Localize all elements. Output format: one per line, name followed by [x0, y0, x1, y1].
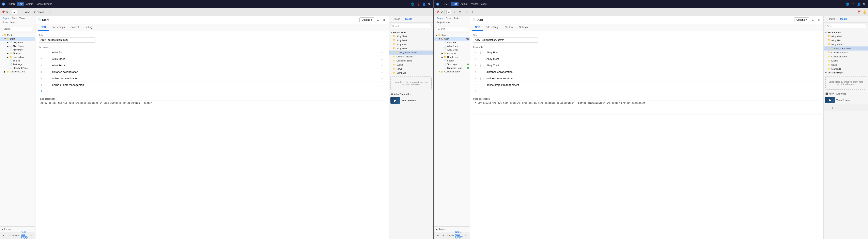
question-icon-left[interactable]: ❓ [416, 2, 420, 6]
tree-standard-page-right[interactable]: 📄 Standard Page [434, 66, 470, 70]
tree-root-left[interactable]: ▼ 📁 Root [0, 33, 35, 37]
keyword-drag-6-right[interactable]: ⋮⋮ [479, 83, 485, 87]
project-link-right[interactable]: None (use primary drafts) [455, 231, 463, 239]
media-contact-portraits-left[interactable]: 📁 Contact portraits [389, 55, 433, 59]
tab-sites-left[interactable]: Sites [10, 17, 18, 20]
options-btn-left[interactable]: Options ▾ [360, 18, 374, 22]
tab-content-right[interactable]: Content [502, 24, 516, 31]
media-startpage-left[interactable]: 📁 Startpage [389, 71, 433, 75]
upload-area-left[interactable]: Upload files by dropping them here or cl… [391, 77, 432, 90]
tab-content-left[interactable]: Content [68, 24, 82, 31]
bell-icon-right[interactable]: 🔔 [862, 10, 866, 14]
tree-edit-icon-start-right[interactable]: ✎⊞ [466, 38, 469, 40]
upload-area-right[interactable]: Upload files by dropping them here or cl… [825, 76, 866, 90]
keyword-more-4-left[interactable]: ··· [381, 71, 383, 74]
page-desc-textarea-left[interactable]: Alloy solves the two most pressing probl… [39, 100, 385, 111]
tree-customer-zone-left[interactable]: ▶ 📁 Customer Zone [0, 70, 35, 74]
media-tab-right[interactable]: Media [838, 17, 849, 22]
keyword-input-6-right[interactable] [486, 83, 818, 87]
sidebar-search-input-left[interactable] [2, 27, 34, 31]
tab-seo-right[interactable]: SEO [472, 24, 483, 31]
blocks-search-input-right[interactable] [825, 24, 866, 28]
blocks-startpage-right[interactable]: 📁 Startpage [824, 67, 868, 71]
tree-how-to-buy-left[interactable]: ▶ 📁 How to buy [0, 55, 35, 59]
keyword-input-1-left[interactable] [51, 50, 380, 55]
nav-visitor-groups-left[interactable]: Visitor Groups [35, 2, 54, 6]
add-keyword-btn-right[interactable]: + [473, 88, 478, 94]
tree-alloy-plan-right[interactable]: 📄 Alloy Plan [434, 41, 470, 44]
tree-how-to-buy-right[interactable]: ▶ 📁 How to buy [434, 55, 470, 59]
block-view-btn-right[interactable]: ⊞ [446, 10, 451, 14]
keyword-input-6-left[interactable] [51, 83, 380, 87]
nav-admin-right[interactable]: Admin [459, 2, 469, 6]
preview-btn-left[interactable]: 👁 Preview [32, 10, 46, 14]
media-alloy-track-video-left[interactable]: 📁 Alloy Track Video [389, 51, 433, 55]
view-list-btn-left[interactable]: ☰ [375, 18, 380, 22]
person-icon-right[interactable]: 👤 [857, 2, 861, 6]
tree-about-us-right[interactable]: ▶ 📁 About us [434, 52, 470, 55]
tree-about-us-left[interactable]: ▶ 📁 About us [0, 52, 35, 55]
project-more-btn-left[interactable]: ··· [29, 234, 34, 237]
keyword-input-4-left[interactable] [51, 70, 380, 74]
tab-settings-left[interactable]: Settings [82, 24, 96, 31]
media-alloy-track-open-left[interactable]: 📂 Alloy Track [389, 47, 433, 51]
for-all-sites-header-right[interactable]: ▼ For All Sites [824, 31, 868, 34]
more-page-btn-right[interactable]: ⚙ [441, 234, 446, 237]
tree-alloy-track-right[interactable]: 📄 Alloy Track [434, 44, 470, 48]
keyword-drag-5-left[interactable]: ⋮⋮ [44, 77, 50, 80]
blocks-tab-left[interactable]: Blocks [391, 17, 402, 22]
keyword-input-1-right[interactable] [486, 50, 818, 55]
tab-project-items-left[interactable]: Project Items [1, 21, 17, 24]
alloy-track-video-file-right[interactable]: 🎬 Alloy Track Video [824, 91, 868, 96]
tab-sites-right[interactable]: Sites [445, 17, 452, 20]
nav-cms-right[interactable]: CMS [442, 2, 451, 6]
device-btn-right[interactable]: ⬜ [464, 10, 469, 14]
add-page-btn-left[interactable]: + [2, 234, 5, 237]
options-btn-right[interactable]: Options ▾ [794, 18, 809, 22]
view-list-btn-right[interactable]: ☰ [810, 18, 815, 22]
add-block-btn-right[interactable]: + [825, 106, 829, 110]
title-input-left[interactable] [39, 37, 95, 43]
tree-alloy-track-left[interactable]: ▶ 📄 Alloy Track [0, 44, 35, 48]
keyword-drag-2-right[interactable]: ⋮⋮ [479, 57, 485, 61]
keyword-input-2-left[interactable] [51, 57, 380, 61]
keyword-more-5-left[interactable]: ··· [381, 77, 383, 80]
media-alloy-meet-left[interactable]: 📁 Alloy Meet [389, 34, 433, 38]
gear-icon-right[interactable]: ⚙ [440, 10, 443, 14]
video-preview-file-right[interactable]: ▶ Video Preview [824, 96, 868, 104]
keyword-drag-5-right[interactable]: ⋮⋮ [479, 77, 485, 80]
keyword-drag-6-left[interactable]: ⋮⋮ [44, 83, 50, 87]
blocks-alloy-track-open-right[interactable]: 📂 Alloy Track [824, 43, 868, 47]
globe-icon-right[interactable]: 🌐 [845, 2, 849, 6]
search-icon-left[interactable]: 🔍 [428, 2, 432, 6]
tree-alloy-meet-left[interactable]: 📄 Alloy Meet [0, 48, 35, 52]
tab-pages-right[interactable]: Pages [436, 17, 444, 20]
for-all-sites-header-left[interactable]: ▼ For All Sites [389, 31, 433, 34]
expand-btn-right[interactable]: ⛶ [471, 10, 476, 14]
nav-visitor-groups-right[interactable]: Visitor Groups [469, 2, 488, 6]
preview-btn-right[interactable]: 👁 [458, 10, 463, 14]
add-btn-left[interactable]: + [18, 10, 22, 14]
view-grid-btn-left[interactable]: ⊞ [381, 18, 386, 22]
person-icon-left[interactable]: 👤 [422, 2, 426, 6]
keyword-drag-1-left[interactable]: ⋮⋮ [44, 51, 50, 54]
add-btn-right[interactable]: + [452, 10, 456, 14]
media-news-left[interactable]: 📁 News [389, 67, 433, 71]
tree-alloy-plan-left[interactable]: ▶ 📄 Alloy Plan [0, 41, 35, 44]
media-search-input-left[interactable] [391, 24, 432, 28]
tab-seo-left[interactable]: SEO [38, 24, 49, 31]
blocks-tab-right[interactable]: Blocks [825, 17, 837, 22]
keyword-drag-3-left[interactable]: ⋮⋮ [44, 64, 50, 67]
view-grid-btn-right[interactable]: ⊞ [816, 18, 821, 22]
tree-test-page-right[interactable]: 📄 Test page [434, 62, 470, 66]
keyword-input-5-left[interactable] [51, 76, 380, 81]
flag-icon-right[interactable]: 🚩 [858, 10, 862, 14]
page-desc-textarea-right[interactable]: Alloy solves the two most pressing probl… [473, 100, 820, 114]
media-tab-left[interactable]: Media [403, 17, 414, 22]
keyword-more-2-left[interactable]: ··· [381, 57, 383, 61]
keyword-drag-4-left[interactable]: ⋮⋮ [44, 71, 50, 74]
tree-standard-page-left[interactable]: 📄 Standard Page [0, 66, 35, 70]
tree-test-page-left[interactable]: 📄 Test page [0, 62, 35, 66]
add-page-btn-right[interactable]: + [436, 234, 440, 237]
more-block-btn-right[interactable]: ⊞ [830, 106, 835, 110]
